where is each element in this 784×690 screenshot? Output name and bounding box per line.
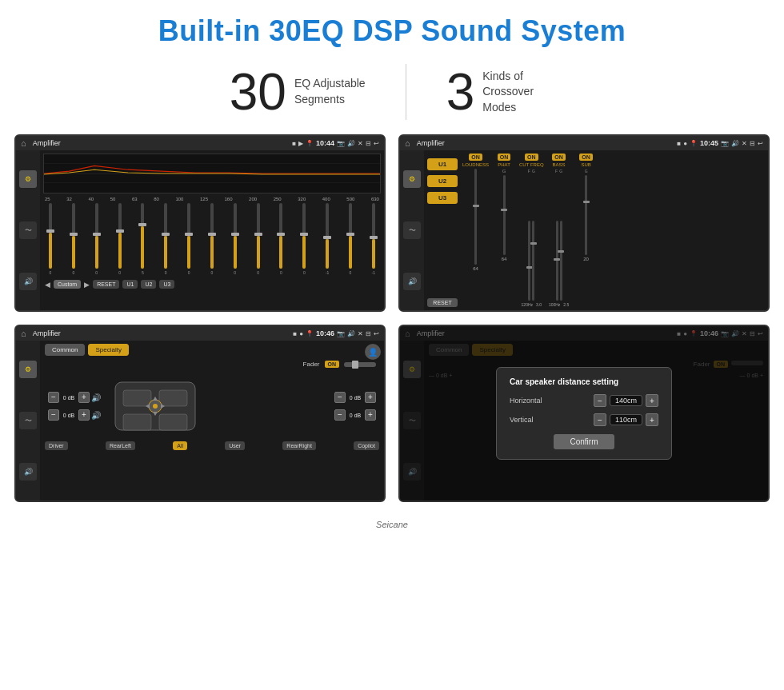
eq-sidebar-icon-1[interactable]: ⚙ bbox=[19, 170, 37, 188]
crossover-status-icons: ■ ● 📍 10:45 📷 🔊 ✕ ⊟ ↩ bbox=[677, 139, 763, 147]
window-icon: ⊟ bbox=[366, 140, 371, 147]
eq-slider-12[interactable]: 0 bbox=[298, 203, 310, 275]
specialty-screen: ⌂ Amplifier ■ ● 📍 10:46 📷 🔊 ✕ ⊟ ↩ ⚙ 〜 🔊 … bbox=[14, 325, 386, 502]
common-tab-btn[interactable]: Common bbox=[45, 344, 85, 356]
copilot-btn[interactable]: Copilot bbox=[354, 441, 379, 450]
custom-btn[interactable]: Custom bbox=[54, 280, 81, 289]
left-top-minus-btn[interactable]: − bbox=[48, 392, 59, 403]
specialty-sidebar-icon-3[interactable]: 🔊 bbox=[19, 463, 37, 481]
eq-screen: ⌂ Amplifier ■ ▶ 📍 10:44 📷 🔊 ✕ ⊟ ↩ ⚙ 〜 🔊 bbox=[14, 134, 386, 312]
left-speaker-controls: − 0 dB + 🔊 − 0 dB + 🔊 bbox=[48, 392, 101, 421]
eq-label: EQ Adjustable Segments bbox=[294, 76, 366, 107]
crossover-u-btns: U1 U2 U3 RESET bbox=[427, 154, 458, 307]
right-bot-db-value: 0 dB bbox=[347, 413, 363, 418]
eq-slider-8[interactable]: 0 bbox=[206, 203, 218, 275]
left-bot-minus-btn[interactable]: − bbox=[48, 409, 59, 421]
eq-sidebar-icon-3[interactable]: 🔊 bbox=[19, 273, 37, 290]
confirm-button[interactable]: Confirm bbox=[554, 434, 614, 449]
specialty-home-icon[interactable]: ⌂ bbox=[21, 329, 26, 338]
eq-slider-6[interactable]: 0 bbox=[160, 203, 171, 275]
eq-play-icon[interactable]: ▶ bbox=[84, 281, 90, 289]
crossover-dot-icon: ■ bbox=[677, 140, 681, 147]
eq-slider-13[interactable]: -1 bbox=[322, 203, 333, 275]
eq-slider-1[interactable]: 0 bbox=[45, 203, 56, 275]
fader-row: Fader ON bbox=[45, 361, 379, 368]
driver-btn[interactable]: Driver bbox=[45, 441, 68, 450]
avatar-icon[interactable]: 👤 bbox=[365, 344, 381, 360]
loudness-slider[interactable] bbox=[474, 169, 477, 265]
right-bot-minus-btn[interactable]: − bbox=[334, 409, 346, 421]
eq-slider-2[interactable]: 0 bbox=[68, 203, 79, 275]
eq-slider-15[interactable]: -1 bbox=[368, 203, 379, 275]
sub-slider[interactable] bbox=[585, 175, 587, 255]
horizontal-plus-btn[interactable]: + bbox=[646, 394, 658, 407]
specialty-main: 👤 Common Specialty Fader ON bbox=[40, 341, 384, 501]
specialty-back-icon: ↩ bbox=[374, 330, 379, 337]
left-top-plus-btn[interactable]: + bbox=[78, 392, 90, 403]
crossover-u2-btn[interactable]: U2 bbox=[427, 175, 458, 187]
phat-slider[interactable] bbox=[503, 175, 506, 255]
specialty-sidebar-icon-2[interactable]: 〜 bbox=[19, 412, 37, 429]
u1-btn[interactable]: U1 bbox=[122, 280, 138, 289]
stat-eq: 30 EQ Adjustable Segments bbox=[190, 66, 406, 118]
eq-slider-10[interactable]: 0 bbox=[253, 203, 264, 275]
right-top-plus-btn[interactable]: + bbox=[365, 392, 376, 403]
specialty-dot2-icon: ● bbox=[299, 330, 303, 337]
specialty-screen-title: Amplifier bbox=[33, 329, 290, 337]
bass-slider-f[interactable] bbox=[556, 221, 558, 301]
eq-slider-9[interactable]: 0 bbox=[230, 203, 241, 275]
svg-rect-8 bbox=[159, 414, 187, 430]
eq-slider-11[interactable]: 0 bbox=[275, 203, 286, 275]
eq-slider-14[interactable]: 0 bbox=[345, 203, 356, 275]
u2-btn[interactable]: U2 bbox=[141, 280, 156, 289]
eq-slider-5[interactable]: 5 bbox=[137, 203, 148, 275]
cutfreq-slider-g[interactable] bbox=[532, 221, 534, 301]
crossover-reset-btn[interactable]: RESET bbox=[427, 298, 458, 307]
crossover-back-icon: ↩ bbox=[758, 140, 763, 147]
eq-slider-3[interactable]: 0 bbox=[91, 203, 102, 275]
eq-sidebar-icon-2[interactable]: 〜 bbox=[19, 221, 37, 239]
rearright-btn[interactable]: RearRight bbox=[282, 441, 316, 450]
crossover-sidebar-icon-3[interactable]: 🔊 bbox=[403, 273, 421, 290]
vertical-minus-btn[interactable]: − bbox=[594, 413, 606, 426]
eq-prev-icon[interactable]: ◀ bbox=[45, 281, 50, 289]
channel-cutfreq: ON CUT FREQ FG 1 bbox=[519, 154, 544, 307]
crossover-time: 10:45 bbox=[700, 139, 718, 147]
svg-rect-5 bbox=[123, 390, 151, 406]
left-bot-db-value: 0 dB bbox=[61, 413, 77, 418]
crossover-u3-btn[interactable]: U3 bbox=[427, 192, 458, 204]
horizontal-value-control: − 140cm + bbox=[594, 394, 658, 407]
volume-icon: 🔊 bbox=[347, 140, 355, 147]
horizontal-minus-btn[interactable]: − bbox=[594, 394, 606, 407]
fader-slider-track[interactable] bbox=[344, 362, 376, 367]
crossover-sidebar-icon-1[interactable]: ⚙ bbox=[403, 170, 421, 188]
vertical-plus-btn[interactable]: + bbox=[646, 413, 658, 426]
left-bot-db-control: − 0 dB + 🔊 bbox=[48, 409, 101, 421]
left-bot-plus-btn[interactable]: + bbox=[78, 409, 90, 421]
right-top-minus-btn[interactable]: − bbox=[334, 392, 346, 403]
bass-on-tag: ON bbox=[552, 154, 566, 161]
home-icon[interactable]: ⌂ bbox=[21, 138, 26, 148]
u3-btn[interactable]: U3 bbox=[159, 280, 174, 289]
eq-slider-7[interactable]: 0 bbox=[183, 203, 194, 275]
dialog-title: Car speaker distance setting bbox=[510, 377, 658, 386]
all-btn[interactable]: All bbox=[173, 441, 187, 450]
user-btn[interactable]: User bbox=[225, 441, 245, 450]
loudness-label: LOUDNESS bbox=[462, 162, 489, 167]
specialty-dot-icon: ■ bbox=[293, 330, 297, 337]
eq-slider-4[interactable]: 0 bbox=[114, 203, 126, 275]
stat-crossover: 3 Kinds of Crossover Modes bbox=[406, 66, 595, 118]
bass-slider-g[interactable] bbox=[560, 221, 562, 301]
cutfreq-slider-f[interactable] bbox=[528, 221, 530, 301]
rearleft-btn[interactable]: RearLeft bbox=[106, 441, 135, 450]
crossover-u1-btn[interactable]: U1 bbox=[427, 158, 458, 170]
eq-main: 253240506380 100125160200250320 40050063… bbox=[40, 150, 384, 310]
reset-btn[interactable]: RESET bbox=[93, 280, 119, 289]
eq-sliders-row[interactable]: 0 0 0 0 5 bbox=[43, 203, 381, 275]
specialty-tab-btn[interactable]: Specialty bbox=[88, 344, 128, 356]
specialty-sidebar-icon-1[interactable]: ⚙ bbox=[19, 361, 37, 378]
eq-bottom-bar: ◀ Custom ▶ RESET U1 U2 U3 bbox=[43, 278, 381, 290]
crossover-home-icon[interactable]: ⌂ bbox=[405, 138, 410, 148]
crossover-sidebar-icon-2[interactable]: 〜 bbox=[403, 221, 421, 239]
right-bot-plus-btn[interactable]: + bbox=[365, 409, 376, 421]
